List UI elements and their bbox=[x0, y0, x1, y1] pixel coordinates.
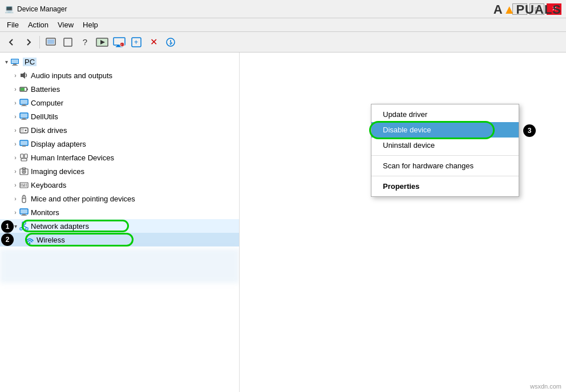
tree-keyboard[interactable]: › Keyboards bbox=[0, 178, 239, 192]
batteries-icon bbox=[19, 84, 29, 94]
svg-rect-39 bbox=[21, 159, 27, 161]
tree-batteries[interactable]: › Batteries bbox=[0, 82, 239, 96]
svg-rect-49 bbox=[21, 185, 22, 187]
tree-imaging[interactable]: › Imaging devices bbox=[0, 164, 239, 178]
svg-rect-46 bbox=[22, 184, 23, 185]
tree-disk[interactable]: › Disk drives bbox=[0, 123, 239, 137]
batteries-toggle[interactable]: › bbox=[11, 85, 19, 93]
svg-rect-58 bbox=[22, 222, 26, 224]
svg-rect-30 bbox=[20, 128, 28, 133]
audio-toggle[interactable]: › bbox=[11, 71, 19, 79]
display-toggle[interactable]: › bbox=[11, 140, 19, 148]
svg-rect-33 bbox=[21, 131, 24, 131]
batteries-label: Batteries bbox=[31, 85, 60, 94]
tree-hid[interactable]: › Human Interface Devices bbox=[0, 151, 239, 164]
svg-marker-13 bbox=[169, 43, 172, 45]
monitors-label: Monitors bbox=[31, 208, 59, 217]
svg-rect-48 bbox=[26, 184, 27, 185]
svg-rect-47 bbox=[24, 184, 25, 185]
dellutils-toggle[interactable]: › bbox=[11, 112, 19, 120]
add-device-button[interactable]: + bbox=[128, 34, 144, 50]
svg-rect-57 bbox=[21, 215, 27, 216]
right-panel: Update driver Disable device 3 Uninstall… bbox=[240, 52, 566, 392]
svg-rect-21 bbox=[21, 88, 25, 91]
audio-icon bbox=[19, 71, 29, 80]
main-content: ▾ PC › Audio inputs bbox=[0, 52, 566, 392]
mice-toggle[interactable]: › bbox=[11, 195, 19, 203]
svg-rect-29 bbox=[21, 119, 27, 120]
scan-button[interactable] bbox=[163, 34, 179, 50]
root-toggle[interactable]: ▾ bbox=[2, 58, 10, 66]
disk-icon bbox=[19, 126, 29, 135]
svg-text:+: + bbox=[134, 38, 138, 46]
svg-marker-18 bbox=[21, 72, 25, 79]
tree-network[interactable]: ▾ Network adapters bbox=[0, 219, 239, 233]
context-update-driver[interactable]: Update driver bbox=[371, 107, 519, 122]
svg-rect-32 bbox=[21, 129, 24, 130]
tree-mice[interactable]: › Mice and other pointing devices bbox=[0, 192, 239, 205]
svg-rect-38 bbox=[25, 154, 27, 158]
computer-toggle[interactable]: › bbox=[11, 99, 19, 107]
back-button[interactable] bbox=[3, 34, 19, 50]
properties-button[interactable] bbox=[43, 34, 59, 50]
tree-computer[interactable]: › Computer bbox=[0, 96, 239, 110]
tree-root[interactable]: ▾ PC bbox=[0, 55, 239, 68]
tree-audio[interactable]: › Audio inputs and outputs bbox=[0, 68, 239, 82]
context-scan[interactable]: Scan for hardware changes bbox=[371, 158, 519, 173]
remove-button[interactable]: ✕ bbox=[145, 34, 161, 50]
badge-1: 1 bbox=[1, 220, 14, 233]
svg-rect-44 bbox=[20, 183, 28, 188]
menu-bar: File Action View Help bbox=[0, 18, 566, 32]
update-button[interactable] bbox=[60, 34, 76, 50]
network-icon bbox=[19, 221, 29, 231]
tree-display[interactable]: › Display adapters bbox=[0, 137, 239, 151]
tree-monitors[interactable]: › Monitors bbox=[0, 205, 239, 219]
hid-label: Human Interface Devices bbox=[31, 153, 114, 162]
title-bar-text: Device Manager bbox=[17, 5, 67, 13]
svg-rect-27 bbox=[21, 114, 27, 118]
blurred-area bbox=[0, 249, 239, 283]
keyboard-icon bbox=[19, 180, 29, 189]
appuals-logo: A▲PUALS bbox=[494, 2, 561, 17]
svg-rect-17 bbox=[11, 59, 18, 63]
dellutils-icon bbox=[19, 112, 29, 121]
help-button[interactable]: ? bbox=[77, 34, 93, 50]
svg-point-31 bbox=[25, 130, 27, 131]
menu-view[interactable]: View bbox=[53, 19, 78, 30]
svg-rect-1 bbox=[47, 39, 54, 44]
svg-line-63 bbox=[24, 226, 27, 228]
disk-toggle[interactable]: › bbox=[11, 126, 19, 134]
root-label: PC bbox=[23, 58, 37, 66]
monitors-toggle[interactable]: › bbox=[11, 208, 19, 216]
display-icon bbox=[19, 139, 29, 148]
title-bar-icon: 💻 bbox=[5, 5, 14, 14]
svg-rect-15 bbox=[13, 64, 17, 65]
context-sep-1 bbox=[371, 155, 519, 156]
context-sep-2 bbox=[371, 176, 519, 176]
menu-help[interactable]: Help bbox=[78, 19, 103, 30]
svg-rect-50 bbox=[22, 185, 25, 187]
tree-wireless[interactable]: Wireless bbox=[0, 233, 239, 246]
monitor-button[interactable]: ! bbox=[111, 34, 127, 50]
svg-rect-56 bbox=[22, 214, 26, 215]
context-uninstall-device[interactable]: Uninstall device bbox=[371, 138, 519, 153]
tree-panel: ▾ PC › Audio inputs bbox=[0, 52, 240, 392]
svg-rect-59 bbox=[20, 228, 22, 230]
forward-button[interactable] bbox=[21, 34, 37, 50]
context-disable-device[interactable]: Disable device 3 bbox=[371, 122, 519, 138]
svg-rect-16 bbox=[12, 65, 18, 66]
svg-rect-45 bbox=[21, 184, 22, 185]
play-button[interactable] bbox=[94, 34, 110, 50]
tree-dellutils[interactable]: › DellUtils bbox=[0, 110, 239, 123]
context-properties[interactable]: Properties bbox=[371, 179, 519, 194]
svg-rect-25 bbox=[21, 106, 27, 106]
monitors-icon bbox=[19, 208, 29, 217]
svg-point-42 bbox=[23, 171, 25, 173]
menu-file[interactable]: File bbox=[2, 19, 23, 30]
keyboard-toggle[interactable]: › bbox=[11, 181, 19, 189]
hid-toggle[interactable]: › bbox=[11, 153, 19, 161]
computer-icon bbox=[19, 98, 29, 107]
imaging-toggle[interactable]: › bbox=[11, 167, 19, 175]
svg-rect-55 bbox=[21, 209, 27, 213]
menu-action[interactable]: Action bbox=[23, 19, 53, 30]
